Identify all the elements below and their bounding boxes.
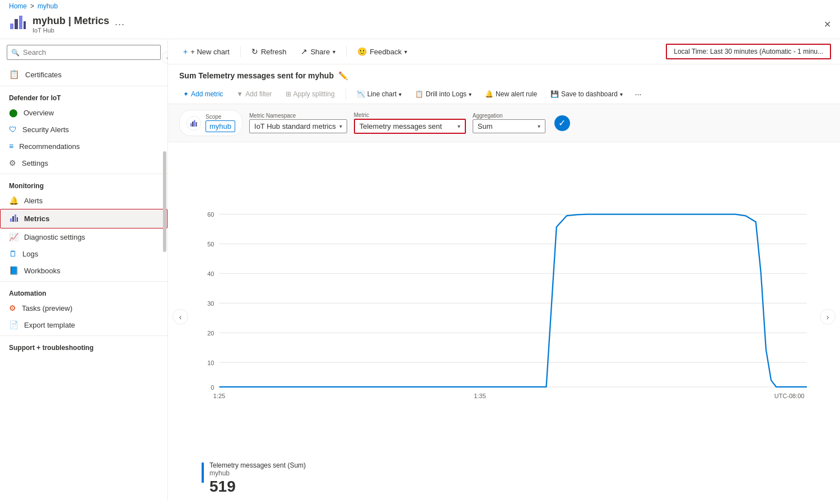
sidebar-item-export[interactable]: 📄 Export template <box>0 316 167 333</box>
section-support: Support + troubleshooting <box>0 338 167 354</box>
feedback-chevron-icon: ▾ <box>404 49 407 55</box>
svg-rect-1 <box>15 19 18 29</box>
svg-rect-4 <box>10 218 12 222</box>
breadcrumb: Home > myhub <box>0 0 840 10</box>
svg-rect-9 <box>192 122 194 127</box>
sidebar: 🔍 « 📋 Certificates Defender for IoT ⬤ Ov… <box>0 39 168 501</box>
security-alerts-icon: 🛡 <box>9 125 17 134</box>
chart-header: Sum Telemetry messages sent for myhub ✏️ <box>168 64 840 85</box>
line-chart-svg: 60 50 40 30 20 10 0 <box>199 148 812 459</box>
svg-text:10: 10 <box>207 360 214 366</box>
legend-color-bar <box>202 463 204 483</box>
svg-rect-6 <box>15 214 16 222</box>
drill-logs-icon: 📋 <box>415 90 423 98</box>
section-monitoring: Monitoring <box>0 176 167 192</box>
certificates-icon: 📋 <box>9 69 20 80</box>
namespace-dropdown[interactable]: IoT Hub standard metrics ▾ <box>249 119 347 133</box>
legend-value: 519 <box>209 477 306 496</box>
app-title-block: myhub | Metrics IoT Hub <box>32 15 109 34</box>
chart-edit-icon[interactable]: ✏️ <box>338 71 348 80</box>
sidebar-item-recommendations[interactable]: ≡ Recommendations <box>0 138 167 155</box>
svg-text:20: 20 <box>207 330 214 337</box>
scope-group: Scope myhub <box>179 110 242 136</box>
scope-circle <box>186 116 201 130</box>
apply-splitting-icon: ⊞ <box>286 90 291 98</box>
app-icon <box>9 13 27 35</box>
sidebar-item-diagnostic[interactable]: 📈 Diagnostic settings <box>0 228 167 245</box>
check-circle: ✓ <box>554 115 570 131</box>
metrics-icon <box>10 213 18 224</box>
app-title: myhub | Metrics <box>32 15 109 27</box>
save-dashboard-btn[interactable]: 💾 Save to dashboard ▾ <box>544 87 629 101</box>
overview-icon: ⬤ <box>9 108 18 117</box>
svg-rect-10 <box>194 120 195 127</box>
sidebar-item-alerts[interactable]: 🔔 Alerts <box>0 192 167 209</box>
metric-chevron-icon: ▾ <box>458 123 460 129</box>
refresh-btn[interactable]: ↻ Refresh <box>245 44 293 59</box>
aggregation-chevron-icon: ▾ <box>538 123 540 129</box>
diagnostic-icon: 📈 <box>9 232 18 241</box>
more-btn[interactable]: ··· <box>630 87 647 101</box>
svg-text:UTC-08:00: UTC-08:00 <box>774 393 805 399</box>
new-chart-btn[interactable]: + + New chart <box>177 44 236 59</box>
add-metric-btn[interactable]: ✦ Add metric <box>177 87 229 101</box>
legend-text-block: Telemetry messages sent (Sum) myhub 519 <box>209 461 306 496</box>
line-chart-icon: 📉 <box>357 90 365 98</box>
sidebar-item-certificates[interactable]: 📋 Certificates <box>0 66 167 83</box>
share-icon: ↗ <box>301 47 307 56</box>
svg-rect-8 <box>190 123 192 127</box>
svg-rect-3 <box>24 21 26 29</box>
breadcrumb-home[interactable]: Home <box>9 2 27 10</box>
metric-toolbar: ✦ Add metric ▼ Add filter ⊞ Apply splitt… <box>168 85 840 104</box>
sidebar-item-workbooks[interactable]: 📘 Workbooks <box>0 262 167 279</box>
chart-section: Sum Telemetry messages sent for myhub ✏️… <box>168 64 840 501</box>
svg-text:0: 0 <box>211 384 214 391</box>
sidebar-item-logs[interactable]: 🗒 Logs <box>0 245 167 262</box>
refresh-icon: ↻ <box>251 47 258 56</box>
metric-field: Metric Telemetry messages sent ▾ <box>354 112 466 134</box>
svg-rect-7 <box>17 217 18 222</box>
svg-text:30: 30 <box>207 300 214 307</box>
time-range-btn[interactable]: Local Time: Last 30 minutes (Automatic -… <box>666 44 831 59</box>
new-alert-icon: 🔔 <box>485 90 493 98</box>
drill-chevron-icon: ▾ <box>469 91 472 97</box>
sidebar-item-overview[interactable]: ⬤ Overview <box>0 104 167 121</box>
metric-label: Metric <box>354 112 466 118</box>
search-wrap: 🔍 <box>0 39 167 66</box>
share-btn[interactable]: ↗ Share ▾ <box>295 44 342 59</box>
metric-dropdown[interactable]: Telemetry messages sent ▾ <box>354 119 466 134</box>
workbooks-icon: 📘 <box>9 266 18 275</box>
chart-nav-left[interactable]: ‹ <box>172 309 188 325</box>
svg-rect-2 <box>19 16 22 29</box>
line-chart-btn[interactable]: 📉 Line chart ▾ <box>351 87 408 101</box>
export-icon: 📄 <box>9 320 18 329</box>
sidebar-item-settings[interactable]: ⚙ Settings <box>0 155 167 171</box>
line-chart-chevron-icon: ▾ <box>399 91 402 97</box>
legend-subtitle: myhub <box>209 469 306 477</box>
section-defender: Defender for IoT <box>0 88 167 104</box>
aggregation-field: Aggregation Sum ▾ <box>473 113 545 133</box>
close-btn[interactable]: ✕ <box>824 19 831 30</box>
app-subtitle: IoT Hub <box>32 27 109 34</box>
sidebar-item-tasks[interactable]: ⚙ Tasks (preview) <box>0 300 167 316</box>
save-chevron-icon: ▾ <box>620 91 623 97</box>
scope-label: Scope <box>206 114 235 120</box>
add-filter-btn[interactable]: ▼ Add filter <box>230 87 278 101</box>
search-input[interactable] <box>7 45 161 60</box>
apply-splitting-btn[interactable]: ⊞ Apply splitting <box>279 87 341 101</box>
namespace-label: Metric Namespace <box>249 113 347 119</box>
legend-title: Telemetry messages sent (Sum) <box>209 461 306 469</box>
aggregation-label: Aggregation <box>473 113 545 119</box>
chart-svg-container: 60 50 40 30 20 10 0 <box>168 142 840 459</box>
drill-logs-btn[interactable]: 📋 Drill into Logs ▾ <box>409 87 478 101</box>
feedback-btn[interactable]: 🙂 Feedback ▾ <box>351 44 413 59</box>
chart-nav-right[interactable]: › <box>820 309 836 325</box>
aggregation-dropdown[interactable]: Sum ▾ <box>473 119 545 133</box>
add-filter-icon: ▼ <box>236 90 243 98</box>
scope-value-btn[interactable]: myhub <box>206 120 235 132</box>
sidebar-item-security-alerts[interactable]: 🛡 Security Alerts <box>0 121 167 138</box>
ellipsis-btn[interactable]: ··· <box>115 18 125 30</box>
svg-text:40: 40 <box>207 270 214 277</box>
sidebar-item-metrics[interactable]: Metrics <box>0 209 167 228</box>
new-alert-rule-btn[interactable]: 🔔 New alert rule <box>479 87 543 101</box>
